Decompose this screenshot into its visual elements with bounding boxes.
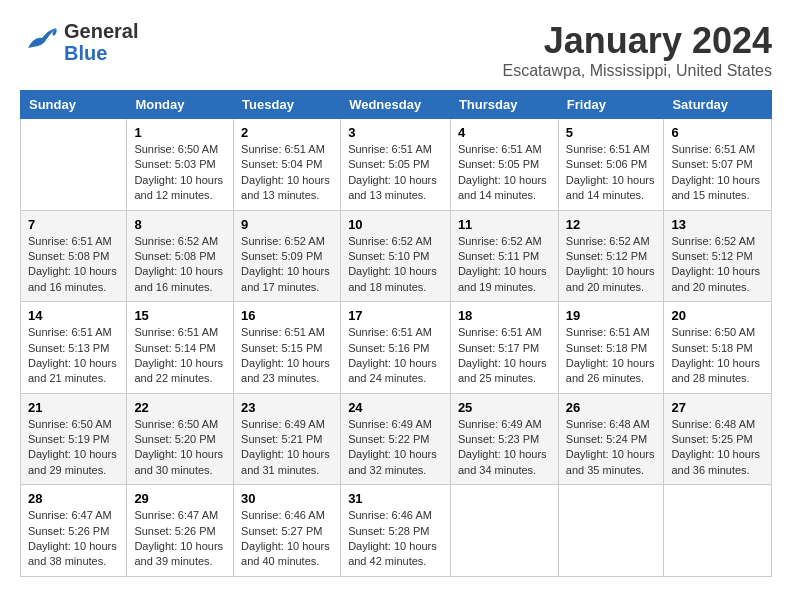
day-info: Sunrise: 6:46 AMSunset: 5:27 PMDaylight:… [241,508,333,570]
day-cell: 16Sunrise: 6:51 AMSunset: 5:15 PMDayligh… [234,302,341,394]
day-cell [450,485,558,577]
day-info: Sunrise: 6:51 AMSunset: 5:08 PMDaylight:… [28,234,119,296]
day-cell: 26Sunrise: 6:48 AMSunset: 5:24 PMDayligh… [558,393,664,485]
day-cell: 27Sunrise: 6:48 AMSunset: 5:25 PMDayligh… [664,393,772,485]
day-number: 27 [671,400,764,415]
day-info: Sunrise: 6:51 AMSunset: 5:07 PMDaylight:… [671,142,764,204]
day-cell: 21Sunrise: 6:50 AMSunset: 5:19 PMDayligh… [21,393,127,485]
day-cell: 31Sunrise: 6:46 AMSunset: 5:28 PMDayligh… [341,485,451,577]
day-cell: 14Sunrise: 6:51 AMSunset: 5:13 PMDayligh… [21,302,127,394]
day-cell [664,485,772,577]
day-cell: 10Sunrise: 6:52 AMSunset: 5:10 PMDayligh… [341,210,451,302]
day-number: 17 [348,308,443,323]
day-number: 15 [134,308,226,323]
day-number: 18 [458,308,551,323]
day-info: Sunrise: 6:51 AMSunset: 5:15 PMDaylight:… [241,325,333,387]
day-info: Sunrise: 6:51 AMSunset: 5:05 PMDaylight:… [348,142,443,204]
day-cell: 3Sunrise: 6:51 AMSunset: 5:05 PMDaylight… [341,119,451,211]
weekday-header-saturday: Saturday [664,91,772,119]
day-number: 26 [566,400,657,415]
day-number: 10 [348,217,443,232]
day-info: Sunrise: 6:51 AMSunset: 5:14 PMDaylight:… [134,325,226,387]
day-cell: 11Sunrise: 6:52 AMSunset: 5:11 PMDayligh… [450,210,558,302]
day-cell: 18Sunrise: 6:51 AMSunset: 5:17 PMDayligh… [450,302,558,394]
day-number: 29 [134,491,226,506]
day-info: Sunrise: 6:49 AMSunset: 5:21 PMDaylight:… [241,417,333,479]
day-info: Sunrise: 6:50 AMSunset: 5:03 PMDaylight:… [134,142,226,204]
logo-icon [20,20,60,64]
weekday-header-friday: Friday [558,91,664,119]
day-info: Sunrise: 6:52 AMSunset: 5:09 PMDaylight:… [241,234,333,296]
day-info: Sunrise: 6:49 AMSunset: 5:22 PMDaylight:… [348,417,443,479]
day-number: 20 [671,308,764,323]
day-cell: 25Sunrise: 6:49 AMSunset: 5:23 PMDayligh… [450,393,558,485]
day-info: Sunrise: 6:46 AMSunset: 5:28 PMDaylight:… [348,508,443,570]
day-info: Sunrise: 6:51 AMSunset: 5:04 PMDaylight:… [241,142,333,204]
day-number: 2 [241,125,333,140]
day-cell: 13Sunrise: 6:52 AMSunset: 5:12 PMDayligh… [664,210,772,302]
day-number: 28 [28,491,119,506]
weekday-header-thursday: Thursday [450,91,558,119]
day-number: 31 [348,491,443,506]
title-area: January 2024 Escatawpa, Mississippi, Uni… [503,20,772,80]
day-info: Sunrise: 6:52 AMSunset: 5:08 PMDaylight:… [134,234,226,296]
day-info: Sunrise: 6:52 AMSunset: 5:10 PMDaylight:… [348,234,443,296]
day-cell: 24Sunrise: 6:49 AMSunset: 5:22 PMDayligh… [341,393,451,485]
day-cell: 7Sunrise: 6:51 AMSunset: 5:08 PMDaylight… [21,210,127,302]
day-cell: 15Sunrise: 6:51 AMSunset: 5:14 PMDayligh… [127,302,234,394]
day-number: 16 [241,308,333,323]
weekday-header-monday: Monday [127,91,234,119]
day-number: 5 [566,125,657,140]
day-cell: 8Sunrise: 6:52 AMSunset: 5:08 PMDaylight… [127,210,234,302]
day-info: Sunrise: 6:51 AMSunset: 5:13 PMDaylight:… [28,325,119,387]
day-number: 7 [28,217,119,232]
day-number: 3 [348,125,443,140]
day-info: Sunrise: 6:50 AMSunset: 5:20 PMDaylight:… [134,417,226,479]
weekday-header-row: SundayMondayTuesdayWednesdayThursdayFrid… [21,91,772,119]
month-title: January 2024 [503,20,772,62]
day-cell: 19Sunrise: 6:51 AMSunset: 5:18 PMDayligh… [558,302,664,394]
day-number: 8 [134,217,226,232]
day-number: 21 [28,400,119,415]
day-info: Sunrise: 6:51 AMSunset: 5:17 PMDaylight:… [458,325,551,387]
day-number: 11 [458,217,551,232]
day-cell: 17Sunrise: 6:51 AMSunset: 5:16 PMDayligh… [341,302,451,394]
day-cell: 12Sunrise: 6:52 AMSunset: 5:12 PMDayligh… [558,210,664,302]
header: General Blue January 2024 Escatawpa, Mis… [20,20,772,80]
day-info: Sunrise: 6:51 AMSunset: 5:05 PMDaylight:… [458,142,551,204]
day-cell: 2Sunrise: 6:51 AMSunset: 5:04 PMDaylight… [234,119,341,211]
day-number: 14 [28,308,119,323]
weekday-header-wednesday: Wednesday [341,91,451,119]
day-cell [21,119,127,211]
day-info: Sunrise: 6:50 AMSunset: 5:19 PMDaylight:… [28,417,119,479]
day-cell: 4Sunrise: 6:51 AMSunset: 5:05 PMDaylight… [450,119,558,211]
day-cell [558,485,664,577]
day-cell: 29Sunrise: 6:47 AMSunset: 5:26 PMDayligh… [127,485,234,577]
day-number: 30 [241,491,333,506]
day-info: Sunrise: 6:50 AMSunset: 5:18 PMDaylight:… [671,325,764,387]
day-info: Sunrise: 6:47 AMSunset: 5:26 PMDaylight:… [28,508,119,570]
day-number: 23 [241,400,333,415]
day-number: 19 [566,308,657,323]
day-cell: 22Sunrise: 6:50 AMSunset: 5:20 PMDayligh… [127,393,234,485]
weekday-header-sunday: Sunday [21,91,127,119]
day-number: 13 [671,217,764,232]
week-row-4: 21Sunrise: 6:50 AMSunset: 5:19 PMDayligh… [21,393,772,485]
day-number: 25 [458,400,551,415]
day-info: Sunrise: 6:47 AMSunset: 5:26 PMDaylight:… [134,508,226,570]
day-cell: 5Sunrise: 6:51 AMSunset: 5:06 PMDaylight… [558,119,664,211]
day-info: Sunrise: 6:48 AMSunset: 5:24 PMDaylight:… [566,417,657,479]
week-row-2: 7Sunrise: 6:51 AMSunset: 5:08 PMDaylight… [21,210,772,302]
week-row-5: 28Sunrise: 6:47 AMSunset: 5:26 PMDayligh… [21,485,772,577]
logo-text: General Blue [64,20,138,64]
day-cell: 6Sunrise: 6:51 AMSunset: 5:07 PMDaylight… [664,119,772,211]
day-info: Sunrise: 6:48 AMSunset: 5:25 PMDaylight:… [671,417,764,479]
day-cell: 23Sunrise: 6:49 AMSunset: 5:21 PMDayligh… [234,393,341,485]
day-cell: 30Sunrise: 6:46 AMSunset: 5:27 PMDayligh… [234,485,341,577]
day-cell: 9Sunrise: 6:52 AMSunset: 5:09 PMDaylight… [234,210,341,302]
day-cell: 1Sunrise: 6:50 AMSunset: 5:03 PMDaylight… [127,119,234,211]
weekday-header-tuesday: Tuesday [234,91,341,119]
day-cell: 20Sunrise: 6:50 AMSunset: 5:18 PMDayligh… [664,302,772,394]
day-number: 9 [241,217,333,232]
location-title: Escatawpa, Mississippi, United States [503,62,772,80]
